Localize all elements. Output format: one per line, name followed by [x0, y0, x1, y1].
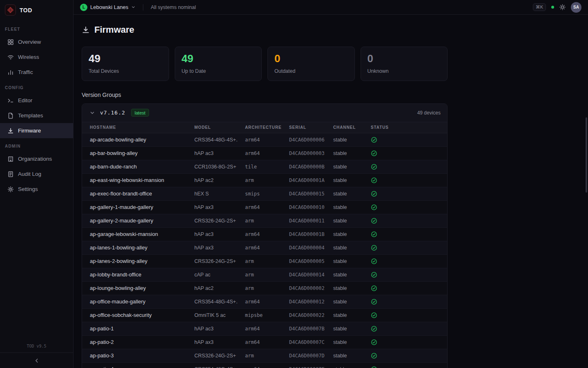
stat-card: 0 Unknown	[361, 47, 448, 81]
model-cell: hAP ax3	[187, 335, 237, 349]
channel-cell: stable	[325, 281, 363, 295]
serial-cell: D4CA6D00001B	[281, 227, 325, 241]
table-row[interactable]: ap-lobby-brandt-office cAP ac arm D4CA6D…	[82, 268, 447, 281]
channel-cell: stable	[325, 173, 363, 187]
stat-label: Unknown	[368, 68, 441, 74]
serial-cell: D4CA6D00007B	[281, 322, 325, 335]
table-row[interactable]: ap-lounge-bowling-alley hAP ac2 arm D4CA…	[82, 281, 447, 295]
table-row[interactable]: ap-office-maude-gallery CRS354-48G-4S+… …	[82, 295, 447, 308]
page-title: Firmware	[94, 25, 134, 35]
model-cell: hAP ac2	[187, 281, 237, 295]
stat-card: 49 Total Devices	[82, 47, 169, 81]
model-cell: CRS326-24G-2S+	[187, 214, 237, 227]
chevron-down-icon[interactable]	[89, 110, 95, 116]
gear-icon	[7, 186, 14, 193]
model-cell: CCR1036-8G-2S+	[187, 160, 237, 173]
theme-toggle-button[interactable]	[559, 4, 566, 10]
serial-cell: D4CA6D00001A	[281, 173, 325, 187]
command-palette-shortcut[interactable]: ⌘K	[533, 3, 546, 11]
sidebar-item-editor[interactable]: Editor	[0, 93, 73, 108]
chevron-down-icon	[131, 5, 136, 9]
hostname-cell: ap-barn-dude-ranch	[82, 160, 187, 173]
org-switcher[interactable]: L Lebowski Lanes	[80, 4, 136, 11]
user-avatar[interactable]: SA	[571, 2, 581, 13]
grid-icon	[7, 39, 14, 45]
table-row[interactable]: ap-east-wing-lebowski-mansion hAP ac2 ar…	[82, 173, 447, 187]
sidebar-item-settings[interactable]: Settings	[0, 182, 73, 197]
architecture-cell: arm64	[237, 227, 281, 241]
serial-cell: D4CA6D000014	[281, 268, 325, 281]
stat-value: 49	[89, 53, 162, 65]
serial-cell: D4CA6D000022	[281, 308, 325, 322]
column-header-architecture: ARCHITECTURE	[237, 122, 281, 133]
model-cell: hAP ac3	[187, 146, 237, 160]
scrollbar[interactable]	[586, 117, 587, 193]
stat-cards: 49 Total Devices 49 Up to Date 0 Outdate…	[82, 47, 448, 81]
architecture-cell: arm64	[237, 295, 281, 308]
hostname-cell: ap-patio-4	[82, 362, 187, 368]
status-cell	[363, 295, 447, 308]
table-row[interactable]: ap-lanes-1-bowling-alley hAP ax3 arm64 D…	[82, 241, 447, 254]
app-version: TOD v9.5	[0, 344, 73, 352]
table-row[interactable]: ap-garage-lebowski-mansion hAP ac3 arm64…	[82, 227, 447, 241]
sidebar-item-label: Audit Log	[18, 171, 41, 177]
table-header-row: HOSTNAME MODEL ARCHITECTURE SERIAL CHANN…	[82, 122, 447, 133]
status-ok-icon	[371, 325, 377, 332]
table-row[interactable]: ap-patio-4 CRS354-48G-4S+… arm64 D4CA6D0…	[82, 362, 447, 368]
status-ok-icon	[371, 150, 377, 157]
status-ok-icon	[371, 191, 377, 197]
table-row[interactable]: ap-patio-3 CRS326-24G-2S+ arm D4CA6D0000…	[82, 349, 447, 362]
nav-section-config: CONFIG	[0, 85, 73, 90]
sidebar-item-label: Editor	[18, 97, 32, 103]
table-row[interactable]: ap-patio-1 hAP ac3 arm64 D4CA6D00007B st…	[82, 322, 447, 335]
table-row[interactable]: ap-office-sobchak-security OmniTIK 5 ac …	[82, 308, 447, 322]
hostname-cell: ap-patio-2	[82, 335, 187, 349]
channel-cell: stable	[325, 146, 363, 160]
channel-cell: stable	[325, 295, 363, 308]
sidebar-item-templates[interactable]: Templates	[0, 108, 73, 123]
app-root: TOD FLEET Overview Wireless	[0, 0, 588, 368]
status-ok-icon	[371, 218, 377, 224]
architecture-cell: arm	[237, 268, 281, 281]
firmware-download-icon	[82, 26, 90, 34]
status-ok-icon	[371, 137, 377, 143]
terminal-icon	[7, 97, 14, 104]
sidebar-item-wireless[interactable]: Wireless	[0, 49, 73, 65]
status-cell	[363, 160, 447, 173]
sidebar-item-audit-log[interactable]: Audit Log	[0, 166, 73, 182]
sidebar-item-traffic[interactable]: Traffic	[0, 65, 73, 80]
status-cell	[363, 214, 447, 227]
table-row[interactable]: ap-barn-dude-ranch CCR1036-8G-2S+ tile D…	[82, 160, 447, 173]
architecture-cell: arm64	[237, 335, 281, 349]
table-row[interactable]: ap-patio-2 hAP ax3 arm64 D4CA6D00007C st…	[82, 335, 447, 349]
architecture-cell: arm64	[237, 133, 281, 146]
sidebar-item-overview[interactable]: Overview	[0, 34, 73, 49]
status-ok-icon	[371, 298, 377, 305]
status-cell	[363, 308, 447, 322]
serial-cell: D4CA6D00007D	[281, 349, 325, 362]
table-row[interactable]: ap-lanes-2-bowling-alley CRS326-24G-2S+ …	[82, 254, 447, 268]
model-cell: cAP ac	[187, 268, 237, 281]
model-cell: CRS326-24G-2S+	[187, 349, 237, 362]
version-group-header[interactable]: v7.16.2 latest 49 devices	[82, 104, 447, 122]
channel-cell: stable	[325, 335, 363, 349]
column-header-model: MODEL	[187, 122, 237, 133]
table-row[interactable]: ap-exec-floor-brandt-office hEX S smips …	[82, 187, 447, 200]
serial-cell: D4CA6D000003	[281, 146, 325, 160]
table-row[interactable]: ap-bar-bowling-alley hAP ac3 arm64 D4CA6…	[82, 146, 447, 160]
table-row[interactable]: ap-gallery-1-maude-gallery hAP ax3 arm64…	[82, 200, 447, 214]
nav-section-fleet: FLEET	[0, 27, 73, 31]
chevron-left-icon	[34, 358, 40, 364]
stat-label: Outdated	[274, 68, 348, 74]
main-content: Firmware 49 Total Devices 49 Up to Date …	[74, 15, 588, 368]
sidebar-item-organizations[interactable]: Organizations	[0, 151, 73, 166]
table-row[interactable]: ap-gallery-2-maude-gallery CRS326-24G-2S…	[82, 214, 447, 227]
table-row[interactable]: ap-arcade-bowling-alley CRS354-48G-4S+… …	[82, 133, 447, 146]
hostname-cell: ap-patio-3	[82, 349, 187, 362]
sidebar-item-label: Firmware	[18, 128, 41, 134]
sidebar-item-firmware[interactable]: Firmware	[0, 123, 73, 138]
sidebar-collapse-button[interactable]	[0, 352, 73, 368]
channel-cell: stable	[325, 322, 363, 335]
org-avatar: L	[80, 4, 87, 11]
status-cell	[363, 187, 447, 200]
